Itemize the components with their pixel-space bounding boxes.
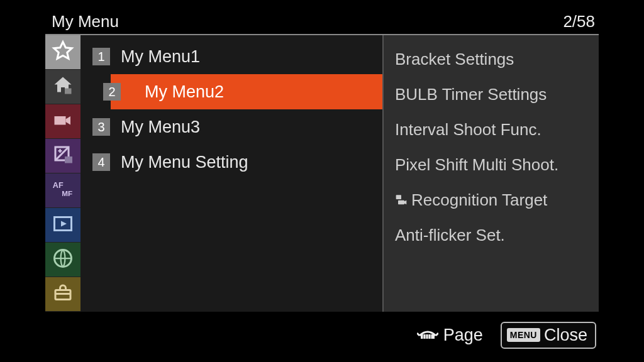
tab-shooting[interactable]: [45, 104, 80, 139]
svg-rect-3: [65, 156, 72, 163]
tab-main[interactable]: [45, 70, 80, 104]
header-bar: My Menu 2/58: [45, 11, 599, 35]
item-number-badge: 2: [103, 83, 121, 101]
camera-icon: [52, 109, 74, 134]
play-icon: [52, 212, 74, 238]
setting-interval-shoot[interactable]: Interval Shoot Func.: [395, 112, 599, 147]
star-icon: [52, 40, 74, 65]
svg-rect-9: [396, 195, 401, 199]
svg-rect-1: [55, 116, 66, 125]
page-label: Page: [443, 326, 483, 345]
sidebar-tabs: AFMF: [45, 35, 80, 312]
globe-icon: [52, 247, 74, 272]
afmf-icon: AFMF: [52, 178, 74, 203]
close-button[interactable]: MENU Close: [501, 322, 596, 349]
page-hint: Page: [417, 326, 483, 345]
page-title: My Menu: [52, 12, 119, 31]
tab-my-menu[interactable]: [45, 35, 80, 70]
setting-pixel-shift[interactable]: Pixel Shift Multi Shoot.: [395, 147, 599, 182]
setting-bracket-settings[interactable]: Bracket Settings: [395, 41, 599, 77]
setting-bulb-timer[interactable]: BULB Timer Settings: [395, 77, 599, 112]
close-label: Close: [544, 326, 587, 345]
setting-label: Bracket Settings: [395, 50, 514, 69]
setting-recognition-target[interactable]: Recognition Target: [395, 182, 599, 217]
setting-label: Recognition Target: [411, 190, 547, 210]
submenu-item-mymenu1[interactable]: 1 My Menu1: [80, 39, 382, 74]
setting-label: BULB Timer Settings: [395, 85, 547, 104]
setting-label: Interval Shoot Func.: [395, 120, 541, 140]
item-number-badge: 3: [92, 118, 110, 136]
item-number-badge: 4: [92, 153, 110, 171]
camera-movie-icon: [395, 190, 408, 210]
submenu-label: My Menu2: [145, 82, 224, 102]
submenu-item-mymenu3[interactable]: 3 My Menu3: [80, 109, 382, 145]
svg-text:MF: MF: [62, 189, 72, 197]
setting-label: Anti-flicker Set.: [395, 226, 505, 245]
submenu-label: My Menu Setting: [121, 153, 248, 172]
menu-pill-icon: MENU: [507, 328, 540, 342]
tab-exposure[interactable]: [45, 139, 80, 173]
item-number-badge: 1: [92, 48, 110, 65]
svg-rect-0: [65, 89, 72, 94]
body: AFMF 1 My Menu1: [45, 35, 599, 312]
dial-icon: [417, 326, 438, 345]
menu-screen: My Menu 2/58: [45, 11, 599, 351]
footer-bar: Page MENU Close: [417, 319, 599, 351]
tab-setup[interactable]: [45, 277, 80, 312]
settings-list: Bracket Settings BULB Timer Settings Int…: [382, 35, 599, 312]
setting-label: Pixel Shift Multi Shoot.: [395, 155, 558, 175]
submenu-item-mymenu-setting[interactable]: 4 My Menu Setting: [80, 145, 382, 180]
tab-focus[interactable]: AFMF: [45, 173, 80, 208]
svg-rect-10: [398, 200, 404, 204]
submenu-item-mymenu2[interactable]: 2 My Menu2: [111, 74, 382, 109]
submenu-list: 1 My Menu1 2 My Menu2 3 My Menu3 4 My Me…: [80, 35, 382, 312]
home-icon: [52, 74, 74, 99]
submenu-label: My Menu1: [121, 47, 200, 67]
exposure-icon: [52, 143, 74, 168]
svg-rect-11: [421, 334, 435, 339]
setting-anti-flicker[interactable]: Anti-flicker Set.: [395, 217, 599, 253]
submenu-label: My Menu3: [121, 118, 200, 137]
toolbox-icon: [52, 282, 74, 307]
tab-playback[interactable]: [45, 208, 80, 243]
page-counter: 2/58: [563, 12, 595, 31]
tab-network[interactable]: [45, 243, 80, 277]
